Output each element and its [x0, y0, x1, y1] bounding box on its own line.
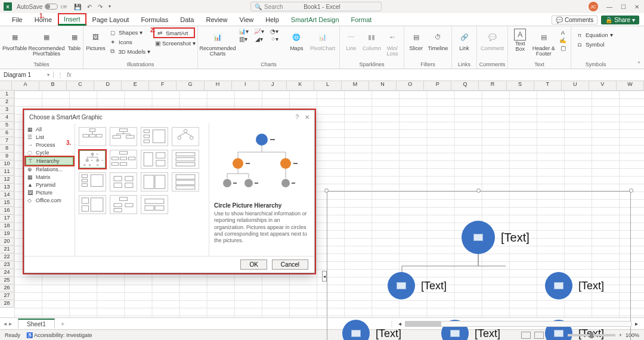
- column-header[interactable]: B: [39, 81, 67, 91]
- sheet-tab-sheet1[interactable]: Sheet1: [18, 319, 55, 329]
- smartart-text-3[interactable]: [Text]: [578, 280, 604, 292]
- row-header[interactable]: 6: [0, 129, 14, 137]
- row-header[interactable]: 18: [0, 222, 14, 230]
- line-chart-icon[interactable]: 📈▾: [252, 27, 266, 35]
- screenshot-button[interactable]: ▣Screenshot ▾: [153, 38, 195, 48]
- category-office[interactable]: ◇Office.com: [26, 197, 73, 204]
- row-header[interactable]: 8: [0, 145, 14, 153]
- bar-chart-icon[interactable]: ▥▾: [236, 35, 250, 43]
- tab-insert[interactable]: Insert: [58, 13, 86, 26]
- column-chart-icon[interactable]: 📊▾: [236, 27, 250, 35]
- column-header[interactable]: J: [259, 81, 287, 91]
- column-header[interactable]: A: [12, 81, 39, 91]
- hscroll-divider-icon[interactable]: ⋮: [389, 320, 395, 327]
- column-header[interactable]: U: [562, 81, 589, 91]
- undo-icon[interactable]: ↶: [87, 4, 92, 10]
- layout-thumb[interactable]: [172, 127, 199, 146]
- column-header[interactable]: F: [149, 81, 177, 91]
- layout-thumb[interactable]: [79, 195, 106, 214]
- category-all[interactable]: ▦All: [26, 126, 73, 133]
- cancel-button[interactable]: Cancel: [272, 259, 308, 270]
- table-button[interactable]: ▦Table: [66, 27, 83, 51]
- close-icon[interactable]: ✕: [634, 4, 639, 10]
- maps-button[interactable]: 🌐Maps: [286, 27, 308, 51]
- accessibility-status[interactable]: ♿ Accessibility: Investigate: [26, 332, 92, 338]
- row-header[interactable]: 9: [0, 153, 14, 160]
- column-header[interactable]: O: [397, 81, 424, 91]
- name-box[interactable]: Diagram 1▾: [0, 72, 54, 78]
- category-picture[interactable]: 🖼Picture: [26, 189, 73, 196]
- resize-handle-ne[interactable]: [629, 188, 633, 193]
- layout-thumb[interactable]: [79, 172, 106, 191]
- row-header[interactable]: 12: [0, 176, 14, 184]
- hscroll-thumb[interactable]: [405, 322, 441, 326]
- layout-thumb[interactable]: [141, 172, 168, 191]
- comment-button[interactable]: 💬Comment: [479, 27, 505, 51]
- category-cycle[interactable]: ◌Cycle: [26, 149, 73, 156]
- row-header[interactable]: 25: [0, 277, 14, 285]
- row-header[interactable]: 14: [0, 191, 14, 199]
- tab-formulas[interactable]: Formulas: [135, 14, 174, 26]
- pivotchart-button[interactable]: 📊PivotChart: [308, 27, 337, 51]
- column-header[interactable]: H: [205, 81, 232, 91]
- sparkline-winloss-button[interactable]: ▪▫Win/ Loss: [383, 27, 401, 57]
- row-header[interactable]: 15: [0, 199, 14, 207]
- row-header[interactable]: 16: [0, 207, 14, 215]
- smartart-node-1[interactable]: [Text]: [462, 221, 530, 254]
- object-icon[interactable]: ▢: [558, 44, 568, 52]
- row-header[interactable]: 4: [0, 114, 14, 122]
- tab-smartart-design[interactable]: SmartArt Design: [285, 14, 345, 26]
- hscroll-left-icon[interactable]: ◂: [398, 320, 401, 327]
- smartart-text-2[interactable]: [Text]: [421, 280, 447, 292]
- tab-data[interactable]: Data: [174, 14, 200, 26]
- column-header[interactable]: W: [617, 81, 644, 91]
- select-all-corner[interactable]: [0, 81, 12, 91]
- category-relationship[interactable]: ⊕Relations...: [26, 166, 73, 173]
- layout-thumb[interactable]: [172, 172, 199, 191]
- layout-thumb[interactable]: [110, 172, 137, 191]
- category-pyramid[interactable]: ▲Pyramid: [26, 181, 73, 188]
- slicer-button[interactable]: ▤Slicer: [407, 27, 426, 51]
- maximize-icon[interactable]: ☐: [621, 4, 626, 10]
- smartart-text-1[interactable]: [Text]: [501, 231, 530, 245]
- smartart-node-2[interactable]: [Text]: [388, 272, 447, 299]
- recommended-charts-button[interactable]: 📊Recommended Charts: [200, 27, 235, 57]
- sheet-nav-next-icon[interactable]: ▸: [9, 320, 12, 327]
- column-header[interactable]: Q: [451, 81, 479, 91]
- sheet-nav-prev-icon[interactable]: ◂: [4, 320, 7, 327]
- category-matrix[interactable]: ▦Matrix: [26, 174, 73, 181]
- collapse-ribbon-icon[interactable]: ˄: [637, 61, 640, 67]
- link-button[interactable]: 🔗Link: [454, 27, 474, 51]
- row-header[interactable]: 7: [0, 137, 14, 145]
- row-header[interactable]: 22: [0, 254, 14, 261]
- layout-thumb-selected[interactable]: [79, 150, 106, 169]
- row-header[interactable]: 2: [0, 98, 14, 106]
- column-header[interactable]: L: [314, 81, 342, 91]
- wordart-icon[interactable]: A: [558, 29, 568, 36]
- hscroll-right-icon[interactable]: ▸: [635, 320, 638, 327]
- tab-review[interactable]: Review: [200, 14, 233, 26]
- row-header[interactable]: 19: [0, 230, 14, 238]
- dialog-close-icon[interactable]: ✕: [305, 114, 309, 120]
- row-header[interactable]: 13: [0, 184, 14, 191]
- column-header[interactable]: V: [589, 81, 617, 91]
- header-footer-button[interactable]: ▤Header & Footer: [531, 27, 556, 57]
- column-header[interactable]: T: [534, 81, 562, 91]
- qat-more-icon[interactable]: ▾: [109, 4, 111, 10]
- row-header[interactable]: 23: [0, 261, 14, 269]
- layout-thumb[interactable]: [141, 127, 168, 146]
- layout-thumb[interactable]: [110, 127, 137, 146]
- column-header[interactable]: R: [479, 81, 506, 91]
- pivottable-button[interactable]: ▦PivotTable: [2, 27, 27, 51]
- sparkline-column-button[interactable]: ▮▮Column: [361, 27, 382, 51]
- chevron-down-icon[interactable]: ▾: [47, 72, 49, 78]
- symbol-button[interactable]: ΩSymbol: [574, 39, 615, 49]
- area-chart-icon[interactable]: ◢▾: [252, 35, 266, 43]
- hscrollbar[interactable]: [405, 321, 631, 327]
- sparkline-line-button[interactable]: 〰Line: [342, 27, 360, 51]
- avatar[interactable]: JC: [589, 2, 598, 11]
- comments-button[interactable]: 💬 Comments: [552, 16, 597, 24]
- equation-button[interactable]: πEquation ▾: [574, 30, 615, 39]
- autosave-toggle[interactable]: [45, 4, 58, 10]
- minimize-icon[interactable]: —: [606, 4, 612, 10]
